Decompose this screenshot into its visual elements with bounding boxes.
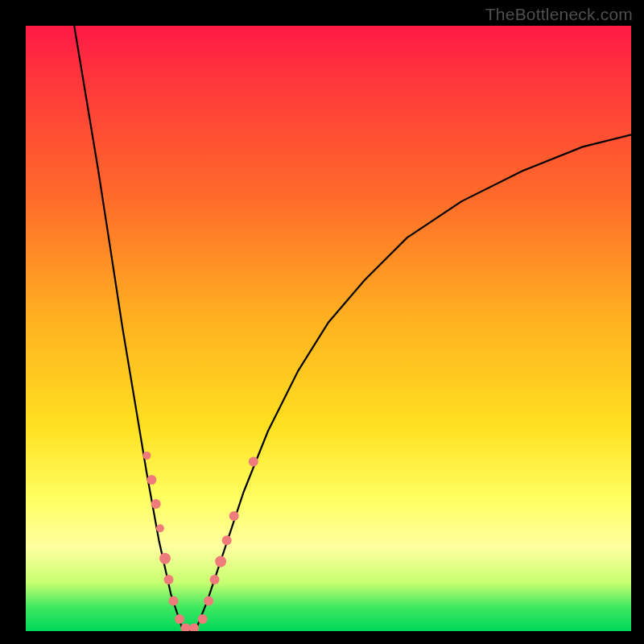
data-dot [164,575,174,584]
curve-svg [26,26,631,631]
data-dot [215,556,226,568]
data-dot [222,535,232,545]
data-dot [151,499,161,509]
data-dot [181,623,191,631]
data-dot [169,596,179,605]
data-dot [175,614,184,624]
data-dot [249,456,258,466]
plot-area [26,26,631,631]
data-dot [147,475,156,485]
watermark-text: TheBottleneck.com [485,5,633,24]
data-dot [198,614,208,624]
data-dot [159,553,171,564]
data-dot [156,524,164,532]
data-dots-group [142,452,258,631]
chart-frame: TheBottleneck.com [0,0,644,644]
data-dot [210,575,220,584]
bottleneck-curve [74,26,631,631]
data-dot [204,596,213,605]
data-dot [229,511,239,521]
data-dot [142,452,151,460]
